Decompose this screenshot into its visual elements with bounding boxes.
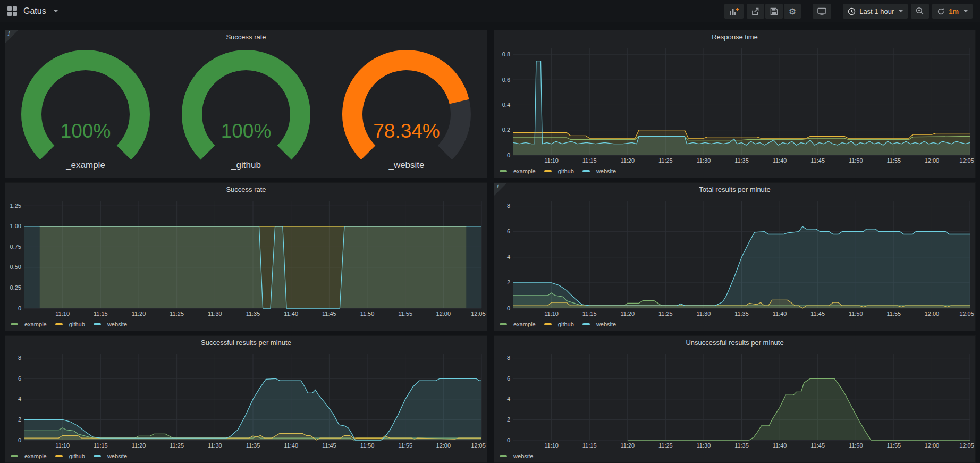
- svg-text:11:15: 11:15: [582, 310, 597, 317]
- panel-successful-results: Successful results per minute 0246811:10…: [5, 335, 487, 463]
- time-range-picker[interactable]: Last 1 hour: [843, 4, 908, 19]
- svg-text:6: 6: [18, 375, 21, 382]
- total-results-chart[interactable]: 0246811:1011:1511:2011:2511:3011:3511:40…: [494, 197, 975, 318]
- legend-item[interactable]: _website: [582, 321, 616, 327]
- zoom-out-button[interactable]: [911, 4, 929, 19]
- svg-text:11:15: 11:15: [582, 157, 597, 164]
- legend-item[interactable]: _example: [11, 453, 47, 459]
- legend-series-label: _example: [510, 321, 536, 327]
- svg-text:0.6: 0.6: [502, 77, 510, 83]
- success-rate-graph-chart[interactable]: 00.250.500.751.001.2511:1011:1511:2011:2…: [5, 197, 487, 318]
- panel-title[interactable]: Successful results per minute: [5, 336, 487, 350]
- refresh-caret-icon: [964, 10, 968, 12]
- svg-text:0: 0: [18, 437, 21, 443]
- legend: _example_github_website: [11, 451, 127, 461]
- legend-item[interactable]: _website: [94, 453, 127, 459]
- svg-text:8: 8: [18, 355, 21, 361]
- svg-text:11:45: 11:45: [810, 157, 825, 164]
- svg-text:0.2: 0.2: [502, 127, 510, 133]
- svg-text:100%: 100%: [221, 120, 272, 142]
- add-panel-icon: [729, 7, 739, 15]
- legend-series-label: _example: [21, 453, 47, 459]
- svg-text:0.8: 0.8: [502, 51, 510, 57]
- legend-series-dash: [500, 455, 507, 457]
- legend-item[interactable]: _github: [544, 321, 574, 327]
- svg-text:0: 0: [507, 305, 510, 312]
- panel-title[interactable]: Total results per minute: [494, 183, 975, 197]
- svg-text:11:20: 11:20: [132, 310, 146, 317]
- legend: _example_github_website: [500, 319, 616, 329]
- legend-series-dash: [55, 323, 63, 325]
- legend: _example_github_website: [11, 319, 127, 329]
- panel-title[interactable]: Response time: [494, 30, 975, 44]
- panel-success-rate-gauges: i Success rate 100%_example100%_github78…: [5, 30, 487, 178]
- legend-item[interactable]: _github: [55, 453, 85, 459]
- legend-item[interactable]: _example: [11, 321, 47, 327]
- add-panel-button[interactable]: [724, 4, 744, 19]
- svg-text:12:00: 12:00: [925, 157, 940, 164]
- svg-text:11:40: 11:40: [773, 310, 787, 317]
- svg-text:11:30: 11:30: [208, 310, 222, 317]
- dashboard-title[interactable]: Gatus: [23, 6, 46, 16]
- time-range-caret-icon: [899, 10, 903, 12]
- monitor-icon: [817, 7, 826, 15]
- legend-series-dash: [500, 323, 507, 325]
- panel-info-corner[interactable]: i: [5, 30, 18, 43]
- save-icon: [770, 7, 778, 15]
- tv-mode-button[interactable]: [813, 4, 831, 19]
- svg-text:11:55: 11:55: [886, 310, 901, 317]
- legend-item[interactable]: _github: [544, 168, 574, 174]
- save-button[interactable]: [765, 4, 783, 19]
- svg-text:11:50: 11:50: [849, 310, 863, 317]
- panel-unsuccessful-results: Unsuccessful results per minute 0246811:…: [494, 335, 976, 463]
- svg-text:11:10: 11:10: [55, 310, 70, 317]
- svg-text:11:20: 11:20: [132, 442, 146, 449]
- success-rate-gauge-chart: 100%_example100%_github78.34%_website: [5, 44, 487, 174]
- legend: _example_github_website: [500, 166, 616, 176]
- successful-results-chart[interactable]: 0246811:1011:1511:2011:2511:3011:3511:40…: [5, 350, 487, 450]
- svg-text:11:55: 11:55: [398, 310, 412, 317]
- legend-item[interactable]: _example: [500, 168, 536, 174]
- svg-text:12:05: 12:05: [959, 442, 974, 449]
- svg-text:_website: _website: [388, 160, 424, 170]
- legend-item[interactable]: _website: [500, 453, 533, 459]
- svg-text:11:10: 11:10: [544, 442, 559, 449]
- svg-text:12:05: 12:05: [471, 310, 486, 317]
- svg-text:11:15: 11:15: [582, 442, 597, 449]
- panel-title[interactable]: Unsuccessful results per minute: [494, 336, 975, 350]
- svg-text:11:15: 11:15: [94, 310, 108, 317]
- legend-item[interactable]: _website: [94, 321, 127, 327]
- panel-title[interactable]: Success rate: [5, 183, 487, 197]
- svg-text:11:50: 11:50: [849, 157, 863, 164]
- legend-series-dash: [94, 323, 101, 325]
- svg-text:11:20: 11:20: [620, 157, 635, 164]
- svg-text:11:30: 11:30: [697, 310, 711, 317]
- legend-series-dash: [11, 323, 18, 325]
- svg-text:0.4: 0.4: [502, 102, 510, 108]
- refresh-icon: [937, 7, 945, 15]
- apps-grid-icon[interactable]: [7, 6, 17, 16]
- legend-item[interactable]: _github: [55, 321, 85, 327]
- panel-total-results: i Total results per minute 0246811:1011:…: [494, 182, 976, 331]
- svg-text:12:00: 12:00: [436, 442, 451, 449]
- settings-button[interactable]: ⚙: [784, 4, 801, 19]
- panel-title[interactable]: Success rate: [5, 30, 487, 44]
- legend-series-label: _github: [555, 168, 574, 174]
- legend-series-label: _github: [555, 321, 574, 327]
- legend-series-dash: [11, 455, 18, 457]
- svg-text:78.34%: 78.34%: [373, 120, 440, 142]
- svg-text:12:05: 12:05: [959, 157, 974, 164]
- response-time-chart[interactable]: 00.20.40.60.811:1011:1511:2011:2511:3011…: [494, 44, 975, 165]
- legend-item[interactable]: _example: [500, 321, 536, 327]
- legend-series-label: _github: [66, 453, 85, 459]
- svg-text:100%: 100%: [61, 120, 111, 142]
- legend-series-dash: [94, 455, 101, 457]
- dashboard-title-caret-icon[interactable]: [54, 10, 58, 12]
- svg-text:11:25: 11:25: [170, 442, 184, 449]
- refresh-picker[interactable]: 1m: [932, 4, 973, 19]
- share-button[interactable]: [747, 4, 764, 19]
- legend-item[interactable]: _website: [582, 168, 616, 174]
- unsuccessful-results-chart[interactable]: 0246811:1011:1511:2011:2511:3011:3511:40…: [494, 350, 975, 450]
- svg-text:11:35: 11:35: [734, 442, 749, 449]
- panel-info-corner[interactable]: i: [494, 183, 507, 196]
